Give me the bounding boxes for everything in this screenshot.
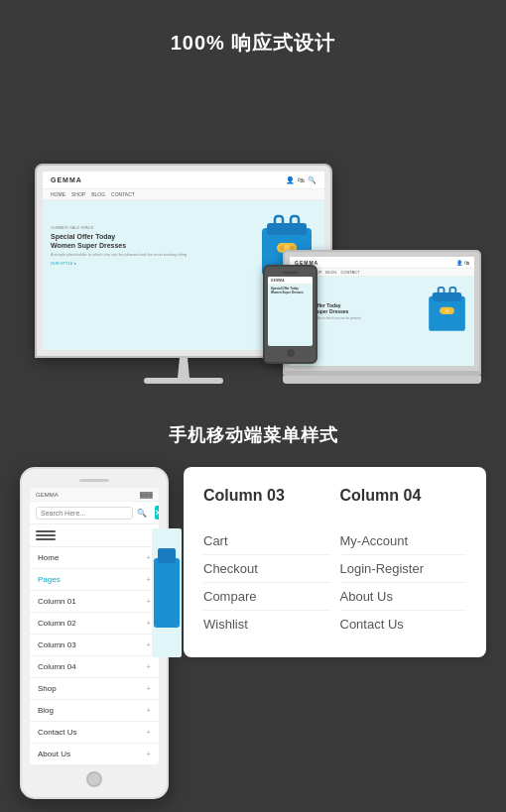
- nav-item-col3[interactable]: Column 03 +: [30, 635, 159, 656]
- nav-arrow-shop: +: [146, 684, 151, 693]
- monitor-stand-base: [144, 378, 223, 384]
- nav-label-col4: Column 04: [38, 662, 76, 671]
- mmphone-signal: ▓▓▓: [140, 492, 153, 498]
- nav-label-col1: Column 01: [38, 597, 76, 606]
- nav-item-col1[interactable]: Column 01 +: [30, 591, 159, 613]
- svg-point-12: [444, 308, 448, 312]
- nav-item-about[interactable]: About Us +: [30, 744, 159, 765]
- phone-screen: GEMMA Special Offer TodayWomen Super Dre…: [268, 277, 313, 346]
- column-03: Column 03 Cart Checkout Compare Wishlist: [203, 487, 330, 638]
- nav-arrow-contact: +: [146, 728, 151, 737]
- menu-bar-1: [36, 530, 56, 532]
- laptop-user-icon: 👤: [456, 260, 462, 266]
- laptop-icons: 👤 🛍: [456, 260, 469, 266]
- phone-home-btn[interactable]: [287, 349, 295, 357]
- phone-outer: GEMMA Special Offer TodayWomen Super Dre…: [263, 265, 317, 364]
- laptop-base: [283, 376, 481, 384]
- svg-rect-14: [154, 558, 180, 628]
- svg-rect-1: [267, 223, 307, 235]
- nav-arrow-about: +: [146, 750, 151, 758]
- laptop-nav-blog[interactable]: BLOG: [325, 270, 336, 275]
- bottom-section: 手机移动端菜单样式 GEMMA ▓▓▓ 🔍 ✕: [0, 404, 506, 812]
- mini-logo: GEMMA: [51, 176, 82, 183]
- mini-subtext: A simple placeholder in which one can be…: [51, 252, 252, 258]
- nav-item-home[interactable]: Home +: [30, 547, 159, 569]
- phone-screen-inner: GEMMA Special Offer TodayWomen Super Dre…: [268, 277, 313, 346]
- top-section: 100% 响应式设计 GEMMA 👤 🛍 🔍: [0, 0, 506, 404]
- column-04: Column 04 My-Account Login-Register Abou…: [340, 487, 467, 638]
- menu-bar-2: [36, 534, 56, 536]
- nav-item-blog[interactable]: Blog +: [30, 700, 159, 722]
- top-title: 100% 响应式设计: [171, 30, 336, 57]
- nav-label-about: About Us: [38, 750, 70, 758]
- nav-item-pages[interactable]: Pages +: [30, 569, 159, 591]
- nav-blog[interactable]: BLOG: [91, 191, 105, 197]
- phone-wrapper: GEMMA Special Offer TodayWomen Super Dre…: [263, 265, 317, 364]
- nav-label-blog: Blog: [38, 706, 54, 715]
- nav-arrow-col4: +: [146, 662, 151, 671]
- col3-item-compare[interactable]: Compare: [203, 583, 330, 611]
- nav-arrow-col2: +: [146, 619, 151, 628]
- nav-label-contact: Contact Us: [38, 728, 77, 737]
- laptop-nav-contact[interactable]: CONTACT: [340, 270, 359, 275]
- mobile-menu-phone: GEMMA ▓▓▓ 🔍 ✕ Home: [20, 467, 169, 799]
- nav-shop[interactable]: SHOP: [71, 191, 85, 197]
- col3-item-cart[interactable]: Cart: [203, 527, 330, 555]
- nav-contact[interactable]: CONTACT: [111, 191, 135, 197]
- monitor-stand-neck: [174, 358, 193, 378]
- mmphone-close-btn[interactable]: ✕: [155, 506, 159, 520]
- svg-rect-8: [433, 292, 461, 301]
- laptop-bag-icon: 🛍: [464, 260, 469, 266]
- mmphone-search-input[interactable]: [36, 507, 133, 520]
- mmphone-statusbar: GEMMA ▓▓▓: [30, 488, 159, 502]
- col3-item-checkout[interactable]: Checkout: [203, 555, 330, 583]
- nav-item-col4[interactable]: Column 04 +: [30, 656, 159, 678]
- col4-item-aboutus[interactable]: About Us: [340, 583, 467, 611]
- nav-home[interactable]: HOME: [51, 191, 65, 197]
- columns-grid: Column 03 Cart Checkout Compare Wishlist…: [203, 487, 466, 638]
- nav-arrow-home: +: [146, 553, 151, 562]
- mini-navbar: GEMMA 👤 🛍 🔍: [43, 172, 324, 189]
- mini-nav-icons: 👤 🛍 🔍: [286, 176, 316, 184]
- mmphone-speaker: [79, 479, 109, 482]
- mmphone-hamburger[interactable]: [30, 524, 159, 547]
- nav-arrow-col3: +: [146, 640, 151, 649]
- mmphone-time: GEMMA: [36, 492, 59, 498]
- columns-panel: Column 03 Cart Checkout Compare Wishlist…: [184, 467, 486, 657]
- mini-heading: Special Offer TodayWomen Super Dresses: [51, 232, 252, 250]
- nav-label-col3: Column 03: [38, 640, 76, 649]
- nav-arrow-blog: +: [146, 706, 151, 715]
- mini-nav-links: HOME SHOP BLOG CONTACT: [43, 189, 324, 200]
- col4-item-myaccount[interactable]: My-Account: [340, 527, 467, 555]
- nav-arrow-pages: +: [146, 575, 151, 584]
- user-icon: 👤: [286, 176, 295, 184]
- nav-label-pages: Pages: [38, 575, 61, 584]
- phone-heading-mini: Special Offer TodayWomen Super Dresses: [271, 288, 310, 295]
- col4-item-loginregister[interactable]: Login-Register: [340, 555, 467, 583]
- col3-header: Column 03: [203, 487, 330, 513]
- nav-item-col2[interactable]: Column 02 +: [30, 613, 159, 635]
- phone-logo: GEMMA: [271, 279, 285, 283]
- search-icon: 🔍: [308, 176, 316, 184]
- phone-speaker: [283, 272, 298, 274]
- bottom-content: GEMMA ▓▓▓ 🔍 ✕ Home: [20, 467, 486, 799]
- col4-header: Column 04: [340, 487, 467, 513]
- nav-label-shop: Shop: [38, 684, 57, 693]
- menu-bar-3: [36, 538, 56, 540]
- mini-btn[interactable]: OUR STYLE ▸: [51, 261, 252, 266]
- mmphone-side-image: [152, 528, 182, 657]
- mini-hero-text: SUMMER SALE SPACE Special Offer TodayWom…: [51, 225, 252, 266]
- nav-arrow-col1: +: [146, 597, 151, 606]
- laptop-bag-image: [425, 282, 469, 336]
- nav-label-home: Home: [38, 553, 59, 562]
- col4-item-contactus[interactable]: Contact Us: [340, 611, 467, 638]
- nav-item-contact[interactable]: Contact Us +: [30, 722, 159, 744]
- col3-item-wishlist[interactable]: Wishlist: [203, 611, 330, 638]
- nav-item-shop[interactable]: Shop +: [30, 678, 159, 700]
- devices-container: GEMMA 👤 🛍 🔍 HOME SHOP BLOG CONTACT: [25, 76, 481, 384]
- mini-small-text: SUMMER SALE SPACE: [51, 225, 252, 230]
- mmphone-screen: GEMMA ▓▓▓ 🔍 ✕ Home: [30, 488, 159, 765]
- mmphone-searchbar: 🔍 ✕: [30, 502, 159, 524]
- mmphone-search-icon[interactable]: 🔍: [137, 509, 147, 518]
- mmphone-home-button[interactable]: [86, 771, 102, 787]
